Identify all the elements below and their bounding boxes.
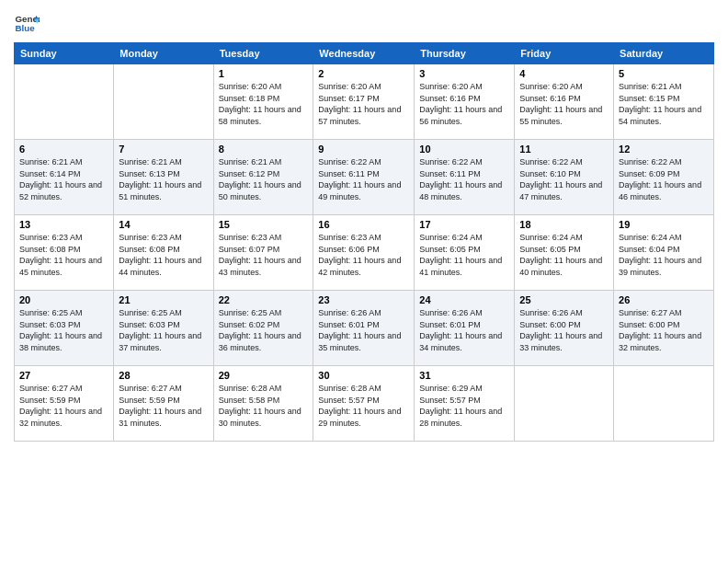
header-monday: Monday xyxy=(114,43,213,64)
day-number: 5 xyxy=(619,68,709,79)
cell-info: Sunrise: 6:28 AMSunset: 5:58 PMDaylight:… xyxy=(219,383,309,429)
day-number: 28 xyxy=(119,370,208,381)
cell-info: Sunrise: 6:20 AMSunset: 6:16 PMDaylight:… xyxy=(519,81,609,127)
calendar-cell: 13Sunrise: 6:23 AMSunset: 6:08 PMDayligh… xyxy=(15,215,114,291)
day-number: 17 xyxy=(419,219,509,230)
calendar-cell xyxy=(114,64,213,140)
cell-info: Sunrise: 6:26 AMSunset: 6:01 PMDaylight:… xyxy=(419,307,509,353)
week-row-1: 1Sunrise: 6:20 AMSunset: 6:18 PMDaylight… xyxy=(15,64,714,140)
calendar-cell: 2Sunrise: 6:20 AMSunset: 6:17 PMDaylight… xyxy=(313,64,415,140)
day-number: 20 xyxy=(19,294,108,305)
header-tuesday: Tuesday xyxy=(213,43,313,64)
day-number: 31 xyxy=(419,370,509,381)
calendar-cell: 4Sunrise: 6:20 AMSunset: 6:16 PMDaylight… xyxy=(515,64,614,140)
cell-info: Sunrise: 6:24 AMSunset: 6:05 PMDaylight:… xyxy=(519,232,609,278)
day-number: 13 xyxy=(19,219,108,230)
calendar-cell: 12Sunrise: 6:22 AMSunset: 6:09 PMDayligh… xyxy=(614,140,714,215)
calendar-cell: 27Sunrise: 6:27 AMSunset: 5:59 PMDayligh… xyxy=(15,366,114,442)
day-number: 4 xyxy=(519,68,609,79)
cell-info: Sunrise: 6:28 AMSunset: 5:57 PMDaylight:… xyxy=(318,383,409,429)
header-wednesday: Wednesday xyxy=(313,43,415,64)
cell-info: Sunrise: 6:20 AMSunset: 6:16 PMDaylight:… xyxy=(419,81,509,127)
calendar-cell: 22Sunrise: 6:25 AMSunset: 6:02 PMDayligh… xyxy=(213,291,313,366)
cell-info: Sunrise: 6:20 AMSunset: 6:17 PMDaylight:… xyxy=(318,81,409,127)
calendar-cell xyxy=(15,64,114,140)
day-number: 9 xyxy=(318,144,409,155)
calendar-cell: 23Sunrise: 6:26 AMSunset: 6:01 PMDayligh… xyxy=(313,291,415,366)
calendar-cell: 18Sunrise: 6:24 AMSunset: 6:05 PMDayligh… xyxy=(515,215,614,291)
header-friday: Friday xyxy=(515,43,614,64)
calendar-cell xyxy=(515,366,614,442)
cell-info: Sunrise: 6:29 AMSunset: 5:57 PMDaylight:… xyxy=(419,383,509,429)
calendar-cell: 25Sunrise: 6:26 AMSunset: 6:00 PMDayligh… xyxy=(515,291,614,366)
svg-text:Blue: Blue xyxy=(15,23,35,33)
calendar-cell: 20Sunrise: 6:25 AMSunset: 6:03 PMDayligh… xyxy=(15,291,114,366)
calendar-cell: 26Sunrise: 6:27 AMSunset: 6:00 PMDayligh… xyxy=(614,291,714,366)
cell-info: Sunrise: 6:22 AMSunset: 6:11 PMDaylight:… xyxy=(318,156,409,202)
header-saturday: Saturday xyxy=(614,43,714,64)
cell-info: Sunrise: 6:27 AMSunset: 6:00 PMDaylight:… xyxy=(619,307,709,353)
cell-info: Sunrise: 6:25 AMSunset: 6:02 PMDaylight:… xyxy=(219,307,309,353)
day-number: 1 xyxy=(219,68,309,79)
cell-info: Sunrise: 6:22 AMSunset: 6:10 PMDaylight:… xyxy=(519,156,609,202)
week-row-4: 20Sunrise: 6:25 AMSunset: 6:03 PMDayligh… xyxy=(15,291,714,366)
calendar-cell: 7Sunrise: 6:21 AMSunset: 6:13 PMDaylight… xyxy=(114,140,213,215)
cell-info: Sunrise: 6:24 AMSunset: 6:04 PMDaylight:… xyxy=(619,232,709,278)
page: General Blue SundayMondayTuesdayWednesda… xyxy=(0,0,728,563)
cell-info: Sunrise: 6:21 AMSunset: 6:12 PMDaylight:… xyxy=(219,156,309,202)
cell-info: Sunrise: 6:23 AMSunset: 6:06 PMDaylight:… xyxy=(318,232,409,278)
header: General Blue xyxy=(14,9,714,35)
day-number: 29 xyxy=(219,370,309,381)
day-number: 11 xyxy=(519,144,609,155)
calendar-cell: 24Sunrise: 6:26 AMSunset: 6:01 PMDayligh… xyxy=(415,291,515,366)
day-number: 2 xyxy=(318,68,409,79)
day-number: 26 xyxy=(619,294,709,305)
logo: General Blue xyxy=(14,9,43,35)
day-number: 22 xyxy=(219,294,309,305)
day-number: 10 xyxy=(419,144,509,155)
calendar-cell: 15Sunrise: 6:23 AMSunset: 6:07 PMDayligh… xyxy=(213,215,313,291)
calendar-cell: 3Sunrise: 6:20 AMSunset: 6:16 PMDaylight… xyxy=(415,64,515,140)
day-number: 24 xyxy=(419,294,509,305)
day-number: 3 xyxy=(419,68,509,79)
calendar-cell: 30Sunrise: 6:28 AMSunset: 5:57 PMDayligh… xyxy=(313,366,415,442)
week-row-2: 6Sunrise: 6:21 AMSunset: 6:14 PMDaylight… xyxy=(15,140,714,215)
cell-info: Sunrise: 6:27 AMSunset: 5:59 PMDaylight:… xyxy=(19,383,108,429)
week-row-5: 27Sunrise: 6:27 AMSunset: 5:59 PMDayligh… xyxy=(15,366,714,442)
calendar-header-row: SundayMondayTuesdayWednesdayThursdayFrid… xyxy=(15,43,714,64)
calendar-cell: 1Sunrise: 6:20 AMSunset: 6:18 PMDaylight… xyxy=(213,64,313,140)
calendar-cell: 21Sunrise: 6:25 AMSunset: 6:03 PMDayligh… xyxy=(114,291,213,366)
day-number: 15 xyxy=(219,219,309,230)
day-number: 21 xyxy=(119,294,208,305)
header-sunday: Sunday xyxy=(15,43,114,64)
cell-info: Sunrise: 6:25 AMSunset: 6:03 PMDaylight:… xyxy=(19,307,108,353)
calendar-cell: 8Sunrise: 6:21 AMSunset: 6:12 PMDaylight… xyxy=(213,140,313,215)
day-number: 8 xyxy=(219,144,309,155)
calendar-cell xyxy=(614,366,714,442)
logo-icon: General Blue xyxy=(14,9,40,35)
calendar-cell: 6Sunrise: 6:21 AMSunset: 6:14 PMDaylight… xyxy=(15,140,114,215)
day-number: 7 xyxy=(119,144,208,155)
calendar-cell: 11Sunrise: 6:22 AMSunset: 6:10 PMDayligh… xyxy=(515,140,614,215)
cell-info: Sunrise: 6:21 AMSunset: 6:13 PMDaylight:… xyxy=(119,156,208,202)
cell-info: Sunrise: 6:21 AMSunset: 6:15 PMDaylight:… xyxy=(619,81,709,127)
week-row-3: 13Sunrise: 6:23 AMSunset: 6:08 PMDayligh… xyxy=(15,215,714,291)
cell-info: Sunrise: 6:22 AMSunset: 6:11 PMDaylight:… xyxy=(419,156,509,202)
day-number: 30 xyxy=(318,370,409,381)
cell-info: Sunrise: 6:24 AMSunset: 6:05 PMDaylight:… xyxy=(419,232,509,278)
calendar-cell: 31Sunrise: 6:29 AMSunset: 5:57 PMDayligh… xyxy=(415,366,515,442)
cell-info: Sunrise: 6:23 AMSunset: 6:07 PMDaylight:… xyxy=(219,232,309,278)
cell-info: Sunrise: 6:27 AMSunset: 5:59 PMDaylight:… xyxy=(119,383,208,429)
day-number: 23 xyxy=(318,294,409,305)
cell-info: Sunrise: 6:23 AMSunset: 6:08 PMDaylight:… xyxy=(119,232,208,278)
day-number: 14 xyxy=(119,219,208,230)
calendar: SundayMondayTuesdayWednesdayThursdayFrid… xyxy=(14,42,714,442)
header-thursday: Thursday xyxy=(415,43,515,64)
cell-info: Sunrise: 6:26 AMSunset: 6:01 PMDaylight:… xyxy=(318,307,409,353)
calendar-cell: 16Sunrise: 6:23 AMSunset: 6:06 PMDayligh… xyxy=(313,215,415,291)
day-number: 18 xyxy=(519,219,609,230)
day-number: 25 xyxy=(519,294,609,305)
day-number: 19 xyxy=(619,219,709,230)
cell-info: Sunrise: 6:20 AMSunset: 6:18 PMDaylight:… xyxy=(219,81,309,127)
calendar-cell: 28Sunrise: 6:27 AMSunset: 5:59 PMDayligh… xyxy=(114,366,213,442)
